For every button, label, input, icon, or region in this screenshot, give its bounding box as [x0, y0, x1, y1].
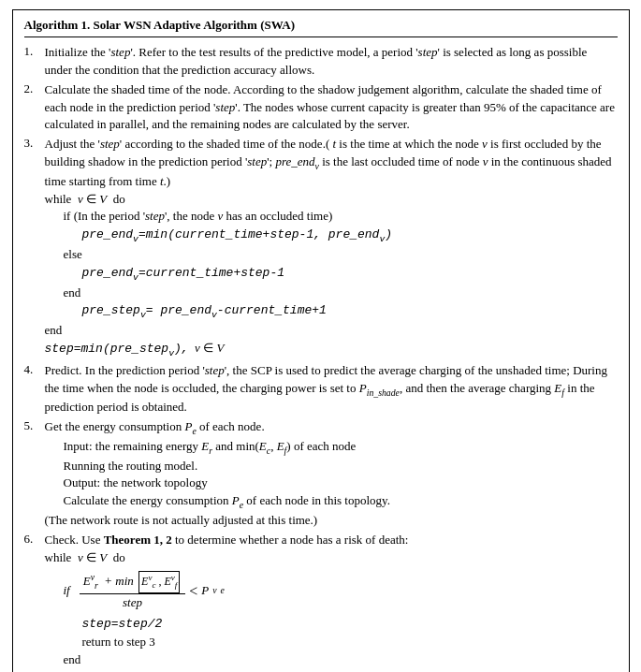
step-number: 5. [24, 417, 45, 531]
step-content: Get the energy consumption Pe of each no… [45, 417, 618, 531]
step-content: Check. Use Theorem 1, 2 to determine whe… [45, 531, 618, 672]
step-number: 2. [24, 80, 45, 136]
table-row: 1. Initialize the 'step'. Refer to the t… [24, 43, 618, 80]
table-row: 6. Check. Use Theorem 1, 2 to determine … [24, 531, 618, 672]
step-content: Calculate the shaded time of the node. A… [45, 80, 618, 136]
step-content: Predict. In the prediction period 'step'… [45, 361, 618, 417]
step-number: 3. [24, 135, 45, 361]
algorithm-box: Algorithm 1. Solar WSN Adaptive Algorith… [12, 9, 630, 672]
algorithm-title: Algorithm 1. Solar WSN Adaptive Algorith… [24, 18, 618, 37]
table-row: 5. Get the energy consumption Pe of each… [24, 417, 618, 531]
table-row: 4. Predict. In the prediction period 'st… [24, 361, 618, 417]
step-number: 1. [24, 43, 45, 80]
step-content: Adjust the 'step' according to the shade… [45, 135, 618, 361]
table-row: 2. Calculate the shaded time of the node… [24, 80, 618, 136]
step-number: 4. [24, 361, 45, 417]
step-number: 6. [24, 531, 45, 672]
table-row: 3. Adjust the 'step' according to the sh… [24, 135, 618, 361]
step-content: Initialize the 'step'. Refer to the test… [45, 43, 618, 80]
steps-table: 1. Initialize the 'step'. Refer to the t… [24, 43, 618, 672]
